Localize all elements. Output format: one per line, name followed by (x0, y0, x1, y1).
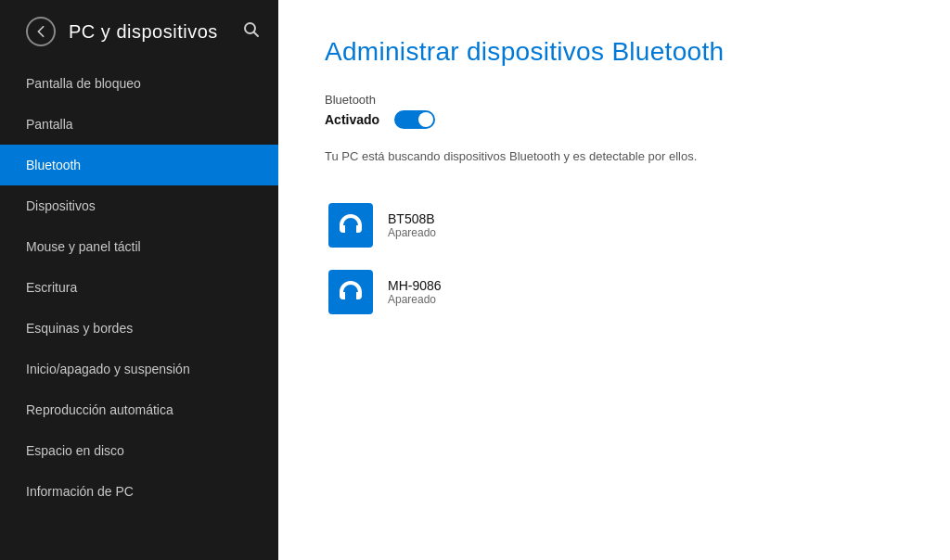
search-button[interactable] (243, 21, 260, 42)
sidebar-header: PC y dispositivos (0, 0, 278, 63)
sidebar-item-bluetooth[interactable]: Bluetooth (0, 145, 278, 185)
sidebar-nav: Pantalla de bloqueo Pantalla Bluetooth D… (0, 63, 278, 560)
sidebar-item-escritura[interactable]: Escritura (0, 267, 278, 308)
sidebar: PC y dispositivos Pantalla de bloqueo Pa… (0, 0, 278, 560)
page-title: Administrar dispositivos Bluetooth (325, 37, 904, 67)
device-icon-mh9086 (328, 270, 373, 314)
sidebar-item-mouse-panel[interactable]: Mouse y panel táctil (0, 226, 278, 267)
sidebar-item-pantalla-bloqueo[interactable]: Pantalla de bloqueo (0, 63, 278, 104)
bluetooth-status-text: Tu PC está buscando dispositivos Bluetoo… (325, 147, 904, 166)
sidebar-item-espacio-disco[interactable]: Espacio en disco (0, 430, 278, 471)
main-content: Administrar dispositivos Bluetooth Bluet… (278, 0, 950, 560)
bluetooth-toggle[interactable] (394, 110, 435, 129)
device-info-mh9086: MH-9086 Apareado (388, 278, 442, 306)
device-name-bt508b: BT508B (388, 211, 436, 226)
back-button[interactable] (26, 17, 56, 46)
app-container: PC y dispositivos Pantalla de bloqueo Pa… (0, 0, 950, 560)
bluetooth-toggle-row: Activado (325, 110, 904, 129)
sidebar-item-pantalla[interactable]: Pantalla (0, 104, 278, 145)
device-status-bt508b: Apareado (388, 226, 436, 239)
sidebar-item-reproduccion[interactable]: Reproducción automática (0, 389, 278, 430)
toggle-thumb (418, 112, 433, 127)
device-info-bt508b: BT508B Apareado (388, 211, 436, 239)
sidebar-item-informacion-pc[interactable]: Información de PC (0, 471, 278, 512)
device-icon-bt508b (328, 203, 373, 248)
bluetooth-section-label: Bluetooth (325, 93, 904, 107)
device-status-mh9086: Apareado (388, 293, 442, 306)
svg-line-1 (254, 32, 259, 37)
sidebar-item-inicio-apagado[interactable]: Inicio/apagado y suspensión (0, 349, 278, 389)
sidebar-item-dispositivos[interactable]: Dispositivos (0, 185, 278, 226)
device-item-bt508b[interactable]: BT508B Apareado (325, 192, 904, 259)
device-item-mh9086[interactable]: MH-9086 Apareado (325, 259, 904, 325)
sidebar-title: PC y dispositivos (69, 21, 218, 43)
device-list: BT508B Apareado MH-9086 Apareado (325, 192, 904, 325)
device-name-mh9086: MH-9086 (388, 278, 442, 293)
toggle-label: Activado (325, 112, 379, 127)
sidebar-item-esquinas-bordes[interactable]: Esquinas y bordes (0, 308, 278, 349)
